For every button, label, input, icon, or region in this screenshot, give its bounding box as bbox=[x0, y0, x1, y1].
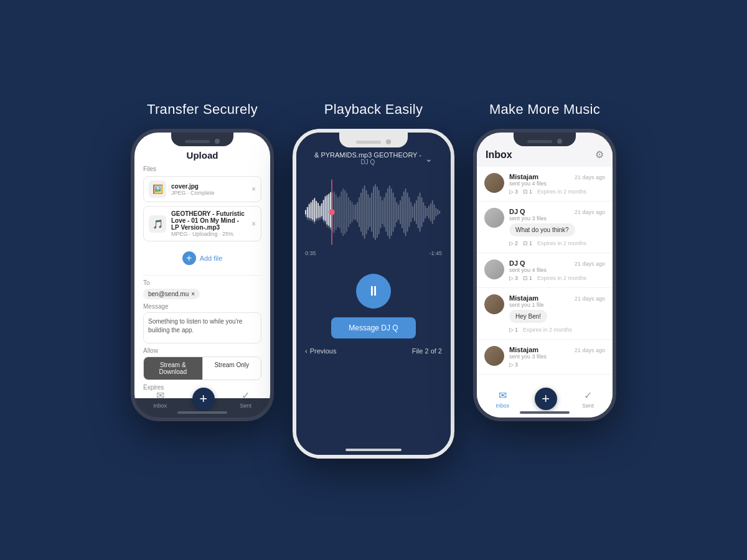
svg-rect-38 bbox=[323, 200, 324, 220]
track-info-text: & PYRAMIDS.mp3 GEOTHEORY - DJ Q bbox=[314, 151, 421, 166]
nav-plus-button[interactable]: + bbox=[192, 388, 215, 410]
audio-count-0: ▷ 3 bbox=[509, 189, 518, 195]
file-close-2[interactable]: × bbox=[251, 220, 256, 228]
file-close-1[interactable]: × bbox=[251, 185, 256, 194]
home-indicator-3 bbox=[520, 411, 570, 414]
avatar-img-3 bbox=[484, 294, 504, 314]
email-tag-remove[interactable]: × bbox=[191, 291, 195, 297]
time-ago-3: 21 days ago bbox=[575, 296, 605, 302]
nav-sent[interactable]: ✓ Sent bbox=[240, 390, 251, 409]
inbox-nav-label: Inbox bbox=[496, 403, 509, 409]
message-box[interactable]: Something to listen to while you're buil… bbox=[143, 312, 261, 343]
svg-rect-92 bbox=[439, 210, 440, 214]
inbox-nav-inbox[interactable]: ✉ Inbox bbox=[496, 390, 509, 409]
svg-rect-60 bbox=[382, 200, 383, 224]
svg-rect-76 bbox=[410, 202, 411, 223]
expires-3: Expires in 2 months bbox=[523, 327, 572, 333]
sent-label-2: sent you 4 files bbox=[509, 267, 605, 273]
waveform-svg bbox=[305, 178, 442, 246]
svg-rect-91 bbox=[437, 209, 438, 215]
svg-rect-28 bbox=[305, 210, 306, 215]
add-file-button[interactable]: + Add file bbox=[143, 245, 261, 271]
inbox-title: Inbox bbox=[486, 149, 512, 161]
file-counter: File 2 of 2 bbox=[412, 347, 442, 355]
message-dj-button[interactable]: Message DJ Q bbox=[331, 317, 415, 338]
inbox-item-body-2: DJ Q 21 days ago sent you 4 files ▷ 3 ⊡ … bbox=[509, 259, 605, 281]
svg-rect-18 bbox=[337, 197, 339, 227]
svg-rect-25 bbox=[350, 200, 351, 224]
svg-rect-78 bbox=[414, 203, 415, 222]
waveform-container[interactable]: 0:35 -1:45 bbox=[305, 178, 442, 259]
file-icon-1: 🖼️ bbox=[149, 180, 166, 198]
phone-notch bbox=[171, 133, 233, 146]
svg-rect-75 bbox=[408, 197, 410, 227]
inbox-item-2[interactable]: DJ Q 21 days ago sent you 4 files ▷ 3 ⊡ … bbox=[477, 253, 613, 288]
svg-rect-61 bbox=[383, 197, 385, 227]
svg-rect-33 bbox=[314, 198, 315, 222]
files-label: Files bbox=[143, 166, 261, 172]
prev-label: Previous bbox=[310, 347, 337, 355]
expires-2: Expires in 2 months bbox=[537, 275, 586, 281]
inbox-item-body-1: DJ Q 21 days ago sent you 3 files What d… bbox=[509, 208, 605, 246]
sender-name-2: DJ Q bbox=[509, 259, 525, 267]
audio-count-1: ▷ 2 bbox=[509, 240, 518, 246]
inbox-item-top-4: Mistajam 21 days ago bbox=[509, 346, 605, 353]
stream-only-button[interactable]: Stream Only bbox=[202, 357, 261, 380]
svg-rect-24 bbox=[348, 197, 349, 227]
svg-rect-37 bbox=[321, 203, 322, 217]
email-tag-container: ben@send.mu × bbox=[143, 289, 261, 299]
playback-screen-content: & PYRAMIDS.mp3 GEOTHEORY - DJ Q ⌄ bbox=[296, 133, 451, 455]
pause-button[interactable]: ⏸ bbox=[356, 274, 391, 309]
svg-rect-79 bbox=[416, 200, 417, 224]
svg-rect-88 bbox=[432, 200, 433, 224]
dropdown-arrow-icon[interactable]: ⌄ bbox=[425, 154, 433, 164]
svg-rect-45 bbox=[355, 205, 356, 220]
sent-label-4: sent you 3 files bbox=[509, 353, 605, 360]
notch-camera-2 bbox=[386, 139, 391, 144]
svg-rect-36 bbox=[319, 205, 321, 217]
file-item-1: 🖼️ cover.jpg JPEG · Complete × bbox=[143, 176, 261, 202]
prev-chevron-icon: ‹ bbox=[305, 347, 308, 355]
time-ago-0: 21 days ago bbox=[575, 174, 605, 180]
file-info-2: GEOTHEORY - Futuristic Love - 01 On My M… bbox=[171, 210, 247, 237]
file-nav-row: ‹ Previous File 2 of 2 bbox=[305, 347, 442, 355]
file-item-2: 🎵 GEOTHEORY - Futuristic Love - 01 On My… bbox=[143, 206, 261, 241]
file-counts-2: ▷ 3 ⊡ 1 Expires in 2 months bbox=[509, 275, 605, 281]
svg-rect-86 bbox=[428, 205, 430, 218]
audio-count-3: ▷ 1 bbox=[509, 327, 518, 333]
inbox-item-3[interactable]: Mistajam 21 days ago sent you 1 file Hey… bbox=[477, 288, 613, 340]
avatar-2 bbox=[484, 259, 504, 279]
svg-rect-23 bbox=[346, 192, 347, 231]
inbox-nav-plus[interactable]: + bbox=[535, 388, 557, 410]
inbox-screen: Inbox ⚙ Mistajam bbox=[477, 133, 613, 418]
avatar-img-4 bbox=[484, 346, 504, 366]
inbox-item-0[interactable]: Mistajam 21 days ago sent you 4 files ▷ … bbox=[477, 167, 613, 202]
home-indicator-1 bbox=[177, 411, 227, 414]
inbox-icon: ✉ bbox=[156, 390, 164, 401]
audio-count-4: ▷ 3 bbox=[509, 362, 518, 368]
inbox-nav-sent[interactable]: ✓ Sent bbox=[582, 390, 594, 409]
file-name-2: GEOTHEORY - Futuristic Love - 01 On My M… bbox=[171, 210, 247, 231]
svg-rect-83 bbox=[423, 202, 424, 223]
svg-rect-40 bbox=[326, 195, 327, 225]
time-row: 0:35 -1:45 bbox=[305, 250, 442, 256]
svg-rect-90 bbox=[435, 208, 436, 216]
allow-buttons: Stream & Download Stream Only bbox=[143, 357, 261, 380]
stream-download-button[interactable]: Stream & Download bbox=[144, 357, 202, 380]
svg-rect-22 bbox=[344, 190, 345, 235]
svg-rect-55 bbox=[373, 187, 374, 238]
time-elapsed: 0:35 bbox=[305, 250, 316, 256]
settings-icon[interactable]: ⚙ bbox=[595, 149, 604, 161]
email-tag[interactable]: ben@send.mu × bbox=[143, 289, 200, 299]
file-icon-2: 🎵 bbox=[149, 215, 166, 233]
previous-button[interactable]: ‹ Previous bbox=[305, 347, 336, 355]
inbox-header: Inbox ⚙ bbox=[477, 149, 613, 167]
nav-inbox[interactable]: ✉ Inbox bbox=[153, 390, 167, 409]
sent-label-0: sent you 4 files bbox=[509, 180, 605, 187]
nav-sent-label: Sent bbox=[240, 403, 251, 409]
svg-rect-77 bbox=[412, 206, 413, 218]
inbox-item-1[interactable]: DJ Q 21 days ago sent you 3 files What d… bbox=[477, 202, 613, 253]
svg-rect-85 bbox=[426, 208, 428, 216]
avatar-generic-1 bbox=[484, 208, 504, 228]
inbox-item-4[interactable]: Mistajam 21 days ago sent you 3 files ▷ … bbox=[477, 340, 613, 375]
